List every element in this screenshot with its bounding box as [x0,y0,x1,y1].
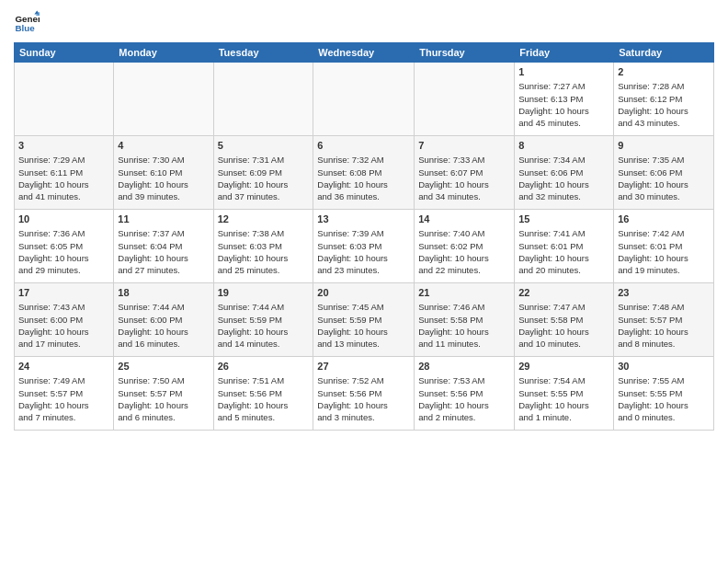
day-info: and 5 minutes. [218,411,310,423]
day-info: Sunset: 6:04 PM [118,240,209,252]
day-info: and 6 minutes. [118,411,209,423]
week-row-5: 24Sunrise: 7:49 AMSunset: 5:57 PMDayligh… [15,357,714,431]
day-info: Sunset: 6:02 PM [418,240,510,252]
day-info: Sunrise: 7:42 AM [618,227,710,239]
col-header-friday: Friday [515,43,614,63]
day-info: and 27 minutes. [118,264,209,276]
day-info: and 19 minutes. [618,264,710,276]
day-info: Sunset: 6:00 PM [118,314,209,326]
day-number: 15 [518,213,609,226]
calendar-cell: 8Sunrise: 7:34 AMSunset: 6:06 PMDaylight… [515,136,614,210]
svg-text:Blue: Blue [15,23,35,33]
day-info: Sunrise: 7:51 AM [218,374,310,386]
calendar-cell: 14Sunrise: 7:40 AMSunset: 6:02 PMDayligh… [415,210,515,283]
day-info: Sunset: 6:06 PM [518,167,609,178]
calendar-cell [313,63,415,136]
day-info: Daylight: 10 hours [618,252,710,264]
day-info: Sunset: 5:57 PM [618,314,710,326]
day-info: and 41 minutes. [18,190,109,202]
day-info: Sunrise: 7:36 AM [18,227,109,239]
calendar-cell: 1Sunrise: 7:27 AMSunset: 6:13 PMDaylight… [515,63,614,136]
day-info: Sunrise: 7:29 AM [18,154,109,166]
day-info: Sunset: 6:11 PM [18,167,109,178]
day-info: Sunrise: 7:33 AM [418,154,510,166]
day-info: Sunset: 6:06 PM [618,167,710,178]
day-number: 9 [618,139,710,153]
day-number: 10 [18,213,109,226]
calendar-cell: 24Sunrise: 7:49 AMSunset: 5:57 PMDayligh… [15,357,114,431]
day-info: and 23 minutes. [317,264,410,276]
calendar-cell: 2Sunrise: 7:28 AMSunset: 6:12 PMDaylight… [614,63,714,136]
calendar-cell: 11Sunrise: 7:37 AMSunset: 6:04 PMDayligh… [114,210,213,283]
day-info: Sunset: 6:01 PM [618,240,710,252]
day-info: Daylight: 10 hours [618,105,710,117]
day-number: 14 [418,213,510,226]
day-info: and 20 minutes. [518,264,609,276]
day-info: Sunrise: 7:44 AM [218,301,310,313]
day-info: Sunrise: 7:41 AM [518,227,609,239]
day-info: and 7 minutes. [18,411,109,423]
day-info: and 13 minutes. [317,338,410,350]
day-info: Sunset: 5:58 PM [418,314,510,326]
day-info: Daylight: 10 hours [317,326,410,338]
day-number: 23 [618,286,710,300]
col-header-tuesday: Tuesday [213,43,313,63]
day-info: Sunrise: 7:54 AM [518,374,609,386]
page: General Blue SundayMondayTuesdayWednesda… [0,0,728,563]
day-number: 24 [18,360,109,373]
day-info: Daylight: 10 hours [518,399,609,411]
day-info: Daylight: 10 hours [418,178,510,190]
day-info: and 45 minutes. [518,117,609,129]
calendar-table: SundayMondayTuesdayWednesdayThursdayFrid… [14,42,714,431]
day-number: 3 [18,139,109,153]
day-info: Sunset: 6:07 PM [418,167,510,178]
day-info: and 39 minutes. [118,190,209,202]
day-info: Daylight: 10 hours [618,326,710,338]
col-header-sunday: Sunday [15,43,114,63]
day-number: 26 [218,360,310,373]
day-info: Sunrise: 7:47 AM [518,301,609,313]
day-info: Daylight: 10 hours [618,178,710,190]
day-number: 2 [618,65,710,79]
day-number: 25 [118,360,209,373]
day-info: and 1 minute. [518,411,609,423]
day-number: 20 [317,286,410,300]
calendar-cell: 23Sunrise: 7:48 AMSunset: 5:57 PMDayligh… [614,283,714,357]
day-info: Sunset: 6:01 PM [518,240,609,252]
calendar-cell: 12Sunrise: 7:38 AMSunset: 6:03 PMDayligh… [213,210,313,283]
calendar-cell: 3Sunrise: 7:29 AMSunset: 6:11 PMDaylight… [15,136,114,210]
day-info: Daylight: 10 hours [18,326,109,338]
day-info: Sunrise: 7:44 AM [118,301,209,313]
day-number: 21 [418,286,510,300]
calendar-cell: 15Sunrise: 7:41 AMSunset: 6:01 PMDayligh… [515,210,614,283]
day-number: 18 [118,286,209,300]
day-info: Sunset: 6:03 PM [317,240,410,252]
day-info: Daylight: 10 hours [218,326,310,338]
day-info: Daylight: 10 hours [118,178,209,190]
day-info: Sunrise: 7:55 AM [618,374,710,386]
day-info: Sunrise: 7:48 AM [618,301,710,313]
week-row-1: 1Sunrise: 7:27 AMSunset: 6:13 PMDaylight… [15,63,714,136]
col-header-thursday: Thursday [415,43,515,63]
day-info: and 22 minutes. [418,264,510,276]
calendar-cell: 13Sunrise: 7:39 AMSunset: 6:03 PMDayligh… [313,210,415,283]
col-header-wednesday: Wednesday [313,43,415,63]
day-number: 29 [518,360,609,373]
day-info: Sunrise: 7:49 AM [18,374,109,386]
day-info: Sunset: 5:55 PM [618,387,710,399]
day-info: Daylight: 10 hours [317,399,410,411]
day-info: Daylight: 10 hours [518,105,609,117]
day-info: and 30 minutes. [618,190,710,202]
day-info: Daylight: 10 hours [518,252,609,264]
day-number: 11 [118,213,209,226]
calendar-cell: 18Sunrise: 7:44 AMSunset: 6:00 PMDayligh… [114,283,213,357]
day-info: Sunset: 5:56 PM [418,387,510,399]
calendar-cell [415,63,515,136]
header-row: SundayMondayTuesdayWednesdayThursdayFrid… [15,43,714,63]
day-info: Sunrise: 7:32 AM [317,154,410,166]
calendar-cell: 27Sunrise: 7:52 AMSunset: 5:56 PMDayligh… [313,357,415,431]
day-info: and 32 minutes. [518,190,609,202]
day-info: Sunrise: 7:30 AM [118,154,209,166]
header: General Blue [14,9,714,35]
day-info: Daylight: 10 hours [418,252,510,264]
